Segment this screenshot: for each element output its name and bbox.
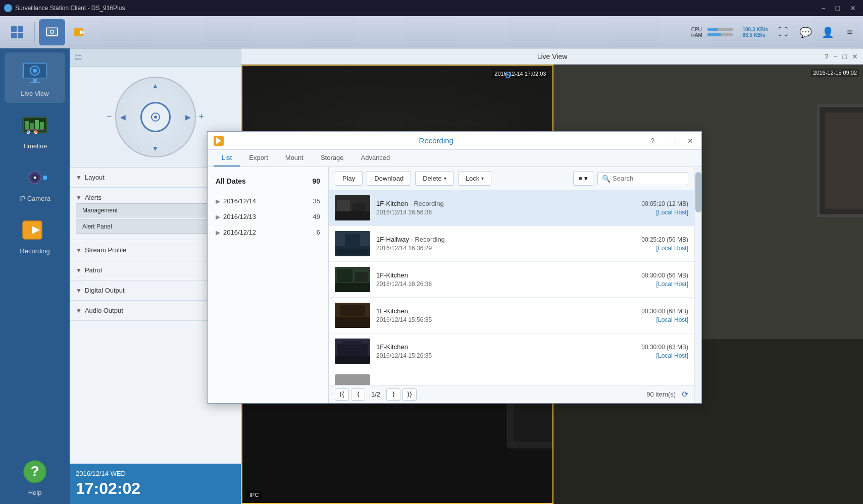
recording-item-1[interactable]: 1F-Hallway - Recording 2016/12/14 16:36:… — [329, 226, 694, 262]
modal-help-btn[interactable]: ? — [649, 136, 657, 146]
ptz-down[interactable]: ▼ — [152, 144, 159, 152]
live-view-minimize-btn[interactable]: − — [832, 51, 838, 62]
alerts-section-title: Alerts — [85, 194, 101, 201]
close-button[interactable]: ✕ — [847, 3, 859, 13]
rec-size-1: 00:25:20 (56 MB) — [641, 236, 688, 243]
minimize-button[interactable]: − — [818, 3, 828, 13]
sidebar-item-live-view[interactable]: Live View — [5, 52, 65, 103]
sidebar-item-recording[interactable]: Recording — [5, 210, 65, 260]
layout-section-title: Layout — [85, 174, 105, 181]
page-first-btn[interactable]: ⟨⟨ — [335, 388, 349, 401]
live-view-close-btn[interactable]: ✕ — [851, 51, 859, 62]
rec-name-2: 1F-Kitchen — [376, 271, 641, 279]
modal-footer: ⟨⟨ ⟨ 1/2 ⟩ ⟩⟩ 90 item(s) ⟳ — [329, 385, 694, 403]
sidebar: Live View Timeline — [0, 48, 70, 504]
recording-item-2[interactable]: 1F-Kitchen 2016/12/14 16:26:36 00:30:00 … — [329, 262, 694, 298]
ptz-right[interactable]: ▶ — [185, 113, 191, 121]
rec-thumb-img-0 — [335, 195, 370, 220]
svg-rect-66 — [335, 283, 370, 292]
recording-item-5[interactable] — [329, 369, 694, 385]
recording-toolbar: Play Download Delete Lock ≡ ▾ 🔍 — [329, 167, 694, 190]
page-info: 1/2 — [367, 390, 384, 398]
page-last-btn[interactable]: ⟩⟩ — [402, 388, 417, 401]
svg-marker-55 — [216, 137, 221, 144]
user-button[interactable]: 👤 — [819, 23, 837, 41]
ptz-center[interactable] — [140, 102, 171, 132]
tab-storage[interactable]: Storage — [313, 150, 352, 166]
modal-tabs: List Export Mount Storage Advanced — [208, 150, 701, 167]
refresh-button[interactable]: ⟳ — [682, 389, 688, 399]
download-speed: ↓ 83.5 KB/s — [739, 32, 768, 38]
lock-button[interactable]: Lock — [458, 171, 491, 186]
tab-list[interactable]: List — [214, 150, 240, 166]
rec-date-4: 2016/12/14 15:26:35 — [376, 352, 641, 359]
date-arrow-0: ▶ — [216, 198, 220, 205]
rec-meta-4: 00:30:00 (63 MB) [Local Host] — [641, 344, 688, 359]
rec-thumbnail-1 — [335, 231, 370, 256]
date-all-row[interactable]: All Dates 90 — [214, 173, 322, 189]
sidebar-item-help[interactable]: ? Help — [5, 452, 65, 502]
page-next-btn[interactable]: ⟩ — [386, 388, 400, 401]
play-button[interactable]: Play — [335, 171, 363, 186]
modal-close-btn[interactable]: ✕ — [685, 136, 695, 146]
ptz-up[interactable]: ▲ — [152, 82, 159, 90]
ptz-zoom-in[interactable]: + — [199, 111, 205, 122]
tab-advanced[interactable]: Advanced — [353, 150, 398, 166]
modal-title-bar: Recording ? − □ ✕ — [208, 132, 701, 150]
date-item-2[interactable]: ▶ 2016/12/12 6 — [214, 225, 322, 240]
menu-button[interactable]: ≡ — [841, 23, 859, 41]
chat-button[interactable]: 💬 — [796, 23, 815, 41]
search-box: 🔍 — [597, 172, 688, 185]
maximize-button[interactable]: □ — [833, 3, 843, 13]
recording-item-3[interactable]: 1F-Kitchen 2016/12/14 15:56:35 00:30:00 … — [329, 298, 694, 333]
sidebar-item-ip-camera[interactable]: IP Camera — [5, 157, 65, 208]
live-view-maximize-btn[interactable]: □ — [842, 51, 848, 62]
cpu-bar — [707, 28, 733, 31]
alerts-arrow: ▼ — [76, 194, 82, 201]
sidebar-item-timeline[interactable]: Timeline — [5, 105, 65, 155]
live-view-button[interactable] — [39, 19, 65, 45]
ptz-left[interactable]: ◀ — [120, 113, 126, 121]
tab-mount[interactable]: Mount — [277, 150, 312, 166]
recording-item-4[interactable]: 1F-Kitchen 2016/12/14 15:26:35 00:30:00 … — [329, 333, 694, 369]
rec-size-2: 00:30:00 (56 MB) — [641, 272, 688, 279]
svg-rect-15 — [30, 82, 40, 83]
camera-1-settings-icon[interactable]: ⚙ — [504, 70, 512, 81]
search-input[interactable] — [613, 175, 683, 182]
recording-scrollbar[interactable] — [694, 167, 701, 403]
modal-minimize-btn[interactable]: − — [661, 136, 669, 146]
svg-rect-65 — [337, 269, 352, 282]
svg-rect-18 — [25, 121, 29, 129]
svg-point-24 — [27, 131, 30, 134]
recording-item-0[interactable]: 1F-Kitchen - Recording 2016/12/14 16:56:… — [329, 190, 694, 226]
svg-rect-22 — [25, 129, 44, 130]
date-count-2: 6 — [317, 229, 320, 236]
sort-button[interactable]: ≡ ▾ — [573, 171, 593, 186]
svg-rect-3 — [18, 33, 23, 38]
live-view-help-btn[interactable]: ? — [824, 51, 830, 62]
tab-export[interactable]: Export — [241, 150, 276, 166]
download-button[interactable]: Download — [367, 171, 411, 186]
svg-rect-2 — [11, 33, 17, 38]
date-item-1[interactable]: ▶ 2016/12/13 49 — [214, 209, 322, 225]
rec-thumb-img-5 — [335, 374, 370, 385]
scrollbar-thumb[interactable] — [695, 172, 701, 212]
svg-rect-19 — [30, 123, 34, 129]
dashboard-button[interactable] — [4, 19, 30, 45]
layout-arrow: ▼ — [76, 174, 82, 181]
date-item-0[interactable]: ▶ 2016/12/14 35 — [214, 193, 322, 209]
patrol-arrow: ▼ — [76, 267, 82, 274]
modal-maximize-btn[interactable]: □ — [673, 136, 681, 146]
rec-meta-0: 00:05:10 (12 MB) [Local Host] — [641, 200, 688, 216]
delete-button[interactable]: Delete — [415, 171, 454, 186]
page-prev-btn[interactable]: ⟨ — [351, 388, 365, 401]
cpu-ram-display: CPU RAM — [691, 27, 733, 38]
recording-list-area: Play Download Delete Lock ≡ ▾ 🔍 — [329, 167, 694, 403]
recording-nav-button[interactable] — [67, 19, 93, 45]
rec-name-3: 1F-Kitchen — [376, 307, 641, 315]
recordings-scroll[interactable]: 1F-Kitchen - Recording 2016/12/14 16:56:… — [329, 190, 694, 385]
ptz-zoom-out[interactable]: − — [107, 111, 112, 122]
fullscreen-button[interactable]: ⛶ — [774, 23, 792, 41]
date-all-label: All Dates — [216, 177, 246, 185]
svg-rect-20 — [35, 120, 39, 129]
